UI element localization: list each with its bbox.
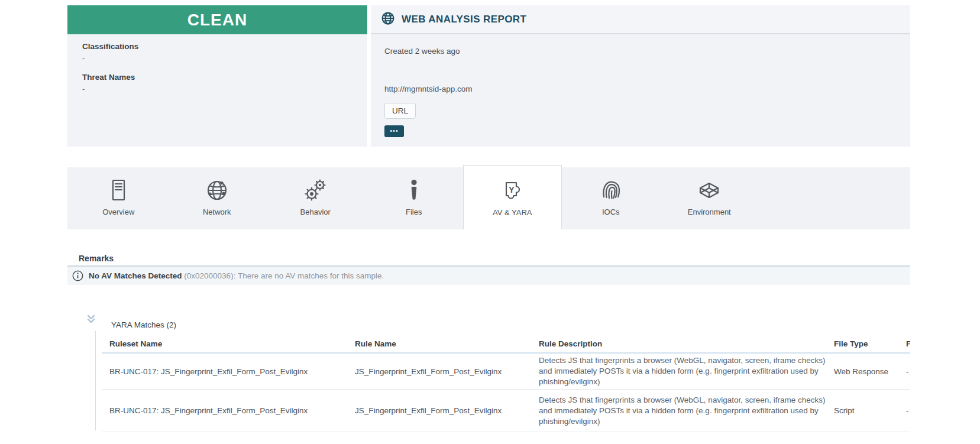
classifications-label: Classifications — [82, 42, 367, 51]
table-row-extra: - — [906, 354, 910, 390]
person-icon — [401, 177, 427, 204]
tab-overview[interactable]: Overview — [69, 167, 168, 229]
report-panel: WEB ANALYSIS REPORT Created 2 weeks ago … — [371, 5, 910, 147]
report-header: WEB ANALYSIS REPORT — [371, 5, 910, 34]
table-row-file-type: Script — [834, 390, 906, 432]
fingerprint-icon — [598, 177, 624, 204]
tab-av-yara[interactable]: Y AV & YARA — [463, 165, 562, 229]
tab-label: Network — [203, 208, 231, 216]
table-row-rule-description: Detects JS that fingerprints a browser (… — [539, 354, 834, 390]
classifications-value: - — [82, 54, 367, 63]
tab-network[interactable]: Network — [168, 167, 267, 229]
yara-matches-table: Ruleset Name Rule Name Rule Description … — [102, 335, 910, 433]
tab-label: AV & YARA — [493, 208, 532, 217]
tab-environment[interactable]: Environment — [660, 167, 759, 229]
threat-names-value: - — [82, 85, 367, 93]
table-row-rule-name: JS_Fingerprint_Exfil_Form_Post_Evilginx — [355, 354, 539, 390]
table-row-ruleset-name: BR-UNC-017: JS_Fingerprint_Exfil_Form_Po… — [102, 354, 355, 390]
column-header-ruleset-name: Ruleset Name — [102, 335, 355, 354]
av-remark-text: No AV Matches Detected (0x02000036): The… — [89, 271, 384, 280]
tab-label: Behavior — [300, 208, 331, 216]
tab-behavior[interactable]: Behavior — [266, 167, 365, 229]
collapse-chevron-icon[interactable] — [86, 314, 96, 327]
svg-text:Y: Y — [509, 185, 515, 195]
info-icon — [72, 270, 83, 281]
created-timestamp: Created 2 weeks ago — [384, 47, 910, 56]
classifications-field: Classifications - — [82, 42, 367, 63]
table-row-file-type: Web Response — [834, 354, 906, 390]
table-row-ruleset-name: BR-UNC-017: JS_Fingerprint_Exfil_Form_Po… — [102, 390, 355, 432]
verdict-banner: CLEAN — [67, 5, 367, 34]
sample-url: http://mgmntsid-app.com — [384, 85, 473, 93]
more-actions-button[interactable]: ••• — [384, 125, 404, 137]
yara-matches-heading: YARA Matches (2) — [111, 320, 176, 329]
tab-files[interactable]: Files — [365, 167, 464, 229]
tab-label: Files — [406, 208, 422, 216]
verdict-label: CLEAN — [187, 11, 247, 30]
gears-icon — [302, 177, 328, 204]
report-tabbar: Overview Network — [67, 167, 910, 229]
column-header-rule-description: Rule Description — [539, 335, 834, 354]
column-header-file-type: File Type — [834, 335, 906, 354]
tab-label: Overview — [102, 208, 134, 216]
remarks-heading: Remarks — [79, 254, 114, 263]
globe-icon — [381, 11, 395, 28]
av-remark-detail: (0x02000036): There are no AV matches fo… — [184, 271, 384, 280]
table-row-rule-description: Detects JS that fingerprints a browser (… — [539, 390, 834, 432]
cube-icon — [696, 177, 722, 204]
tab-label: Environment — [688, 208, 731, 216]
tab-iocs[interactable]: IOCs — [562, 167, 661, 229]
column-header-clipped: F — [906, 335, 910, 354]
ellipsis-icon: ••• — [390, 128, 399, 134]
document-icon — [105, 177, 131, 204]
indent-guide-line — [95, 331, 96, 430]
tab-label: IOCs — [602, 208, 620, 216]
threat-names-label: Threat Names — [82, 73, 367, 82]
globe-nodes-icon — [204, 177, 230, 204]
av-remark-row: No AV Matches Detected (0x02000036): The… — [67, 265, 910, 285]
report-body: Created 2 weeks ago http://mgmntsid-app.… — [371, 34, 910, 56]
page-title: WEB ANALYSIS REPORT — [402, 14, 526, 25]
av-remark-title: No AV Matches Detected — [89, 271, 182, 280]
puzzle-y-icon: Y — [499, 177, 525, 205]
column-header-rule-name: Rule Name — [355, 335, 539, 354]
verdict-body: Classifications - Threat Names - — [67, 34, 367, 93]
verdict-panel: CLEAN Classifications - Threat Names - — [67, 5, 367, 147]
table-row-extra: - — [906, 390, 910, 432]
threat-names-field: Threat Names - — [82, 73, 367, 93]
table-row-rule-name: JS_Fingerprint_Exfil_Form_Post_Evilginx — [355, 390, 539, 432]
web-analysis-report-page: CLEAN Classifications - Threat Names - — [0, 0, 980, 444]
sample-type-badge: URL — [384, 103, 416, 119]
